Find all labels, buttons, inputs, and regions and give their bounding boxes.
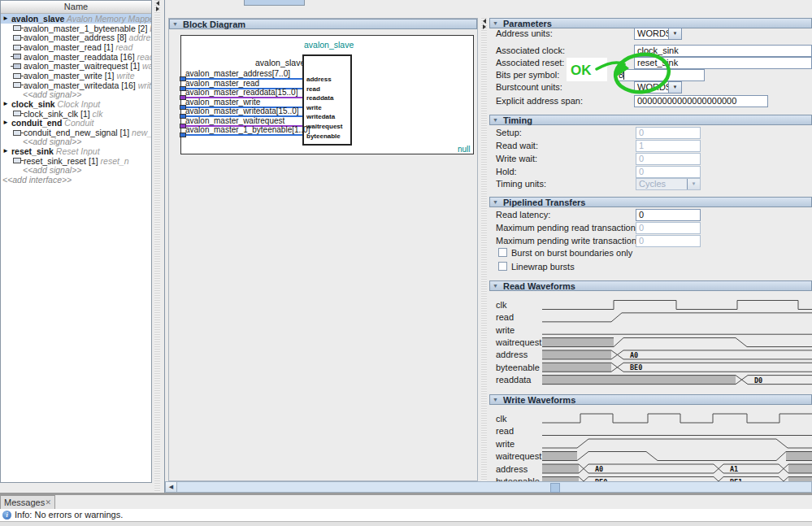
timing-label: Hold: bbox=[496, 167, 517, 177]
parameters-field[interactable]: clock_sink bbox=[634, 45, 812, 57]
block-diagram-header[interactable]: ▼ Block Diagram bbox=[169, 19, 477, 29]
timing-header[interactable]: ▼ Timing bbox=[489, 115, 812, 125]
signal-in-icon bbox=[13, 82, 21, 88]
tab-messages[interactable]: Messages ✕ bbox=[0, 495, 55, 509]
collapse-triangle-icon[interactable]: ▼ bbox=[172, 21, 178, 28]
timing-label: Write wait: bbox=[496, 154, 537, 164]
timing-label: Read wait: bbox=[496, 141, 538, 151]
tree-column-header-name[interactable]: Name bbox=[1, 1, 151, 14]
parameters-label: Address units: bbox=[496, 28, 553, 39]
splitter-collapse-arrows-icon[interactable] bbox=[154, 1, 160, 12]
chevron-down-icon[interactable]: ▼ bbox=[668, 28, 681, 39]
tree-item-type: new_si bbox=[129, 128, 151, 137]
tree-signal-item[interactable]: avalon_master_write [1] write bbox=[1, 71, 151, 80]
parameters-field[interactable]: reset_sink bbox=[634, 57, 812, 69]
tree-item-label: <<add signal>> bbox=[23, 89, 81, 99]
tree-item-name: avalon_master_readdata bbox=[24, 52, 118, 62]
tree-item-width: [1] bbox=[102, 42, 114, 52]
close-icon[interactable]: ✕ bbox=[45, 496, 51, 509]
tree-signal-item[interactable]: avalon_master_readdata [16] read bbox=[1, 52, 151, 62]
tree-item-width: [1] bbox=[118, 128, 130, 137]
read-waveforms-header[interactable]: ▼ Read Waveforms bbox=[489, 280, 812, 291]
collapse-triangle-icon[interactable]: ▼ bbox=[493, 199, 498, 206]
tree-signal-item[interactable]: avalon_master_waitrequest [1] wai bbox=[1, 61, 151, 71]
checkbox[interactable] bbox=[498, 262, 507, 271]
tree-add-item[interactable]: <<add interface>> bbox=[1, 175, 151, 185]
left-splitter[interactable] bbox=[154, 0, 160, 493]
tree-signal-item[interactable]: avalon_master_writedata [16] writ bbox=[1, 80, 151, 90]
tree-item-label: <<add interface>> bbox=[2, 175, 72, 185]
field-value: clock_sink bbox=[637, 46, 679, 55]
tree-signal-item[interactable]: clock_sink_clk [1] clk bbox=[1, 109, 151, 119]
pipelined-field: 0 bbox=[636, 235, 701, 247]
parameters-dropdown[interactable]: WORDS▼ bbox=[634, 28, 682, 40]
diagram-connector-icon[interactable] bbox=[180, 133, 186, 137]
collapse-triangle-icon[interactable]: ▼ bbox=[493, 283, 498, 289]
signal-out-icon bbox=[13, 63, 21, 69]
right-splitter[interactable] bbox=[481, 18, 487, 481]
pipelined-transfers-header[interactable]: ▼ Pipelined Transfers bbox=[489, 197, 812, 207]
read-waveforms-title: Read Waveforms bbox=[503, 281, 575, 291]
annotation-backdrop bbox=[567, 58, 607, 81]
tree-add-item[interactable]: <<add signal>> bbox=[1, 165, 151, 175]
tree-interface-item[interactable]: ►avalon_slave Avalon Memory Mapped bbox=[1, 14, 151, 24]
parameters-field[interactable]: 8 bbox=[615, 69, 705, 81]
pipelined-field[interactable]: 0 bbox=[636, 209, 701, 221]
waveform-signal-label: waitrequest bbox=[496, 450, 541, 462]
splitter-collapse-arrows-icon[interactable] bbox=[481, 19, 487, 30]
tree-item-type: wai bbox=[140, 61, 151, 71]
tree-interface-item[interactable]: ►conduit_end Conduit bbox=[1, 118, 151, 128]
tree-item-type: read bbox=[113, 42, 132, 52]
signal-in-icon bbox=[13, 73, 21, 79]
waveform-signal-label: write bbox=[496, 438, 515, 450]
write-waveforms-header[interactable]: ▼ Write Waveforms bbox=[489, 394, 812, 405]
tree-item-name: reset_sink_reset bbox=[24, 156, 86, 166]
parameters-label: Associated reset: bbox=[496, 58, 564, 68]
waveform-signal-label: byteenable bbox=[496, 362, 540, 373]
diagram-signal-label: avalon_master_waitrequest bbox=[185, 117, 284, 125]
dropdown-value: Cycles bbox=[639, 179, 666, 189]
pipelined-field: 0 bbox=[636, 222, 701, 234]
collapse-triangle-icon[interactable]: ▼ bbox=[493, 397, 498, 403]
waveform-signal-label: write bbox=[496, 324, 515, 336]
field-value: reset_sink bbox=[637, 58, 678, 67]
block-port-read: read bbox=[306, 85, 320, 93]
tree-item-name: reset_sink bbox=[11, 146, 54, 156]
tree-item-name: clock_sink bbox=[11, 99, 55, 109]
block-port-readdata: readdata bbox=[306, 94, 333, 102]
parameters-field[interactable]: 00000000000000000000 bbox=[634, 95, 768, 107]
horizontal-scrollbar[interactable]: ◀ bbox=[165, 481, 812, 493]
scrollbar-thumb[interactable] bbox=[550, 483, 560, 493]
tree-item-name: conduit_end_new_signal bbox=[24, 128, 118, 137]
scroll-left-arrow-icon[interactable]: ◀ bbox=[166, 482, 177, 492]
tree-signal-item[interactable]: reset_sink_reset [1] reset_n bbox=[1, 156, 151, 166]
signal-in-icon bbox=[13, 25, 21, 31]
tree-interface-item[interactable]: ►reset_sink Reset Input bbox=[1, 146, 151, 156]
collapse-triangle-icon[interactable]: ▼ bbox=[493, 20, 498, 27]
chevron-down-icon[interactable]: ▼ bbox=[668, 82, 681, 93]
timing-label: Timing units: bbox=[496, 179, 546, 189]
tree-signal-item[interactable]: conduit_end_new_signal [1] new_si bbox=[1, 128, 151, 137]
tree-signal-item[interactable]: avalon_master_1_byteenable [2] by bbox=[1, 24, 151, 33]
tree-item-label: <<add signal>> bbox=[23, 165, 81, 175]
tree-signal-item[interactable]: avalon_master_read [1] read bbox=[1, 42, 151, 52]
svg-text:A0: A0 bbox=[595, 465, 603, 473]
write-waveforms-section: clkreadwritewaitrequestaddressbyteenable… bbox=[489, 406, 812, 481]
checkbox[interactable] bbox=[498, 248, 507, 257]
tree-item-width: [1] bbox=[78, 109, 90, 119]
tree-add-item[interactable]: <<add signal>> bbox=[1, 137, 151, 146]
dropdown-value: WORDS bbox=[637, 28, 671, 39]
message-row[interactable]: i Info: No errors or warnings. bbox=[0, 509, 812, 522]
messages-tabbar: Messages ✕ bbox=[0, 495, 812, 510]
diagram-wire bbox=[181, 134, 302, 136]
tree-item-width: [1] bbox=[128, 61, 140, 71]
tree-item-type: reset_n bbox=[98, 156, 129, 166]
waveform-plot: A0A1BE0BE1 bbox=[542, 409, 812, 481]
signal-in-icon bbox=[13, 111, 21, 116]
tree-signal-item[interactable]: avalon_master_address [8] addres bbox=[1, 33, 151, 42]
parameters-dropdown[interactable]: WORDS▼ bbox=[634, 81, 682, 93]
tree-add-item[interactable]: <<add signal>> bbox=[1, 89, 151, 99]
tree-interface-item[interactable]: ►clock_sink Clock Input bbox=[1, 99, 151, 109]
svg-text:D0: D0 bbox=[754, 376, 762, 385]
collapse-triangle-icon[interactable]: ▼ bbox=[493, 117, 498, 124]
